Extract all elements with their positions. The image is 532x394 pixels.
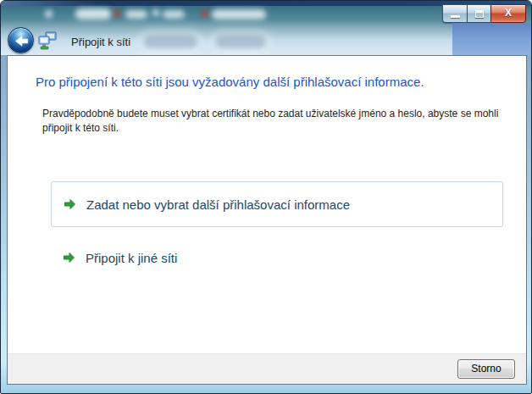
connect-to-network-dialog: X Připojit k síti Pro připojení k této s… xyxy=(0,0,532,394)
close-button[interactable]: X xyxy=(490,4,526,23)
command-link-label: Zadat nebo vybrat další přihlašovací inf… xyxy=(86,197,350,212)
redacted-tab-2[interactable] xyxy=(215,35,266,48)
command-link-enter-credentials[interactable]: Zadat nebo vybrat další přihlašovací inf… xyxy=(51,181,503,227)
green-arrow-icon xyxy=(63,252,75,264)
titlebar-redacted-content xyxy=(1,1,458,26)
redacted-tab-1[interactable] xyxy=(143,35,197,48)
page-title: Připojit k síti xyxy=(71,36,130,48)
green-arrow-icon xyxy=(64,198,76,210)
maximize-button[interactable] xyxy=(467,4,490,23)
back-button[interactable] xyxy=(8,27,34,53)
dialog-client-area: Pro připojení k této síti jsou vyžadován… xyxy=(7,55,527,385)
minimize-icon xyxy=(451,15,460,18)
maximize-icon xyxy=(475,10,484,18)
close-icon: X xyxy=(491,7,525,19)
description-text: Pravděpodobně budete muset vybrat certif… xyxy=(42,107,504,136)
footer-bar: Storno xyxy=(8,353,526,384)
cancel-button[interactable]: Storno xyxy=(457,359,515,379)
caption-buttons: X xyxy=(442,4,526,23)
back-arrow-icon xyxy=(13,32,30,50)
minimize-button[interactable] xyxy=(442,4,467,23)
command-link-connect-other-network[interactable]: Připojit k jiné síti xyxy=(51,246,503,269)
navbar-redacted-area xyxy=(452,23,531,55)
network-computers-icon xyxy=(38,31,57,50)
command-link-label: Připojit k jiné síti xyxy=(86,251,177,265)
titlebar: X Připojit k síti xyxy=(1,1,531,55)
main-instruction: Pro připojení k této síti jsou vyžadován… xyxy=(36,75,510,89)
